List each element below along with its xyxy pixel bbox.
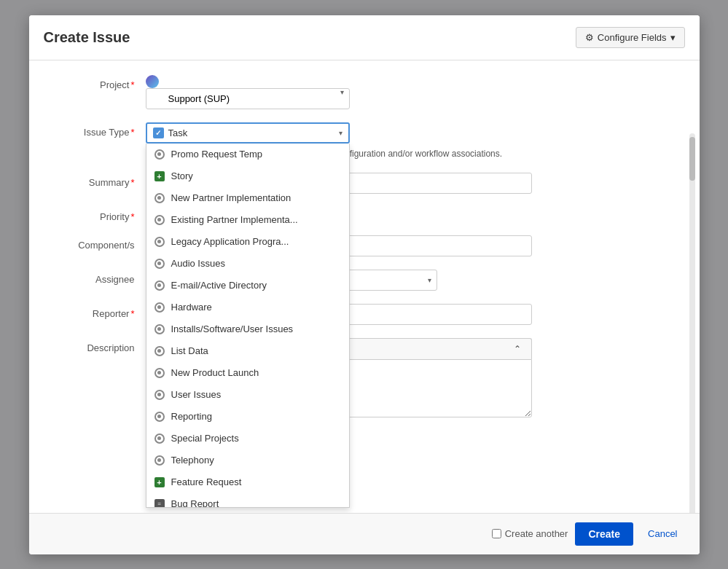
dropdown-item-label-audio: Audio Issues xyxy=(171,258,225,269)
item-icon-installs xyxy=(154,323,165,335)
item-icon-new-partner xyxy=(154,192,165,204)
dropdown-item-feature[interactable]: +Feature Request xyxy=(146,471,349,493)
dropdown-item-label-hardware: Hardware xyxy=(171,302,212,313)
issue-type-selected[interactable]: Task ▾ xyxy=(146,122,350,144)
modal-body[interactable]: Project* Support (SUP) ▾ Issue Type* xyxy=(29,60,700,513)
dropdown-item-reporting[interactable]: Reporting xyxy=(146,406,349,428)
required-star-2: * xyxy=(130,127,134,138)
project-field: Support (SUP) ▾ xyxy=(146,75,678,109)
configure-fields-button[interactable]: ⚙ Configure Fields ▾ xyxy=(576,27,685,48)
dropdown-item-story[interactable]: +Story xyxy=(146,165,349,187)
item-icon-reporting xyxy=(154,411,165,423)
priority-row: Priority* ? xyxy=(51,207,678,222)
item-icon-email xyxy=(154,280,165,291)
modal-scrollbar[interactable] xyxy=(689,133,695,513)
dropdown-item-label-legacy: Legacy Application Progra... xyxy=(171,236,289,247)
description-row: Description ¶ ▾ 🔗 ▾ ≡ ⋮ ☺ ▾ + ▾ xyxy=(51,338,678,420)
dropdown-item-audio[interactable]: Audio Issues xyxy=(146,253,349,275)
toolbar-collapse[interactable]: ⌃ xyxy=(509,342,525,356)
item-icon-existing-partner xyxy=(154,214,165,226)
dropdown-item-label-email: E-mail/Active Directory xyxy=(171,280,267,291)
dropdown-item-list-data[interactable]: List Data xyxy=(146,340,349,362)
item-icon-legacy xyxy=(154,236,165,248)
task-checkbox-icon xyxy=(153,127,164,138)
cancel-button[interactable]: Cancel xyxy=(641,522,684,545)
reporter-label: Reporter* xyxy=(51,304,146,319)
item-icon-special xyxy=(154,433,165,444)
dropdown-item-label-existing-partner: Existing Partner Implementa... xyxy=(171,214,298,225)
dropdown-item-label-bug: Bug Report xyxy=(171,498,219,508)
required-star-3: * xyxy=(130,177,134,188)
reporter-row: Reporter* xyxy=(51,304,678,325)
project-select[interactable]: Support (SUP) xyxy=(146,88,350,109)
required-star: * xyxy=(130,79,134,90)
issue-type-field: Task ▾ Promo Request Temp+StoryNew Partn… xyxy=(146,122,678,160)
project-icon xyxy=(146,75,159,88)
assignee-label: Assignee xyxy=(51,270,146,285)
dropdown-item-label-promo: Promo Request Temp xyxy=(171,149,263,160)
create-another-checkbox[interactable] xyxy=(492,529,501,538)
item-icon-user-issues xyxy=(154,389,165,401)
item-icon-list-data xyxy=(154,345,165,357)
modal-footer: Create another Create Cancel xyxy=(29,513,700,554)
components-row: Component/s xyxy=(51,235,678,256)
project-label: Project* xyxy=(51,75,146,90)
dropdown-item-promo[interactable]: Promo Request Temp xyxy=(146,144,349,165)
item-icon-story: + xyxy=(154,170,165,182)
create-another-text: Create another xyxy=(505,528,568,539)
create-issue-modal: Create Issue ⚙ Configure Fields ▾ Projec… xyxy=(29,15,700,554)
dropdown-item-legacy[interactable]: Legacy Application Progra... xyxy=(146,231,349,253)
gear-icon: ⚙ xyxy=(585,32,594,43)
modal-header: Create Issue ⚙ Configure Fields ▾ xyxy=(29,15,700,60)
dropdown-item-label-story: Story xyxy=(171,170,193,181)
modal-title: Create Issue xyxy=(44,29,130,46)
create-another-label[interactable]: Create another xyxy=(492,528,568,539)
assignee-row: Assignee ▾ xyxy=(51,270,678,291)
configure-fields-label: Configure Fields xyxy=(598,32,667,43)
item-icon-promo xyxy=(154,149,165,160)
dropdown-item-label-new-partner: New Partner Implementation xyxy=(171,192,291,203)
priority-label: Priority* xyxy=(51,207,146,222)
required-star-5: * xyxy=(130,308,134,319)
item-icon-feature: + xyxy=(154,476,165,488)
dropdown-item-new-product[interactable]: New Product Launch xyxy=(146,362,349,384)
dropdown-item-label-list-data: List Data xyxy=(171,345,208,356)
modal-overlay: Create Issue ⚙ Configure Fields ▾ Projec… xyxy=(0,0,728,569)
modal-scrollbar-thumb xyxy=(689,137,695,181)
dropdown-item-label-telephony: Telephony xyxy=(171,455,214,466)
dropdown-item-bug[interactable]: =Bug Report xyxy=(146,493,349,508)
required-star-4: * xyxy=(130,211,134,222)
configure-fields-arrow: ▾ xyxy=(670,32,676,43)
issue-type-label: Issue Type* xyxy=(51,122,146,138)
create-button[interactable]: Create xyxy=(575,522,633,546)
dropdown-item-label-reporting: Reporting xyxy=(171,411,212,422)
item-icon-audio xyxy=(154,258,165,270)
dropdown-item-special[interactable]: Special Projects xyxy=(146,428,349,450)
dropdown-items-container: Promo Request Temp+StoryNew Partner Impl… xyxy=(146,144,349,508)
dropdown-item-label-new-product: New Product Launch xyxy=(171,367,259,378)
item-icon-new-product xyxy=(154,367,165,379)
dropdown-item-label-feature: Feature Request xyxy=(171,476,242,487)
dropdown-item-label-user-issues: User Issues xyxy=(171,389,222,400)
components-label: Component/s xyxy=(51,235,146,251)
dropdown-item-telephony[interactable]: Telephony xyxy=(146,450,349,471)
dropdown-item-installs[interactable]: Installs/Software/User Issues xyxy=(146,318,349,340)
issue-type-selected-text: Task xyxy=(168,127,336,138)
description-label: Description xyxy=(51,338,146,353)
issue-type-dropdown: Task ▾ Promo Request Temp+StoryNew Partn… xyxy=(146,122,350,144)
item-icon-hardware xyxy=(154,302,165,313)
issue-type-dropdown-arrow: ▾ xyxy=(339,129,343,137)
dropdown-item-user-issues[interactable]: User Issues xyxy=(146,384,349,406)
dropdown-item-label-special: Special Projects xyxy=(171,433,239,444)
dropdown-item-label-installs: Installs/Software/User Issues xyxy=(171,323,294,334)
dropdown-item-new-partner[interactable]: New Partner Implementation xyxy=(146,187,349,209)
issue-type-row: Issue Type* Task ▾ Promo Request Temp+St… xyxy=(51,122,678,160)
summary-row: Summary* xyxy=(51,173,678,194)
dropdown-item-existing-partner[interactable]: Existing Partner Implementa... xyxy=(146,209,349,231)
project-row: Project* Support (SUP) ▾ xyxy=(51,75,678,109)
dropdown-item-email[interactable]: E-mail/Active Directory xyxy=(146,275,349,297)
item-icon-bug: = xyxy=(154,498,165,508)
issue-type-dropdown-menu[interactable]: Promo Request Temp+StoryNew Partner Impl… xyxy=(146,144,350,508)
summary-label: Summary* xyxy=(51,173,146,188)
dropdown-item-hardware[interactable]: Hardware xyxy=(146,297,349,318)
